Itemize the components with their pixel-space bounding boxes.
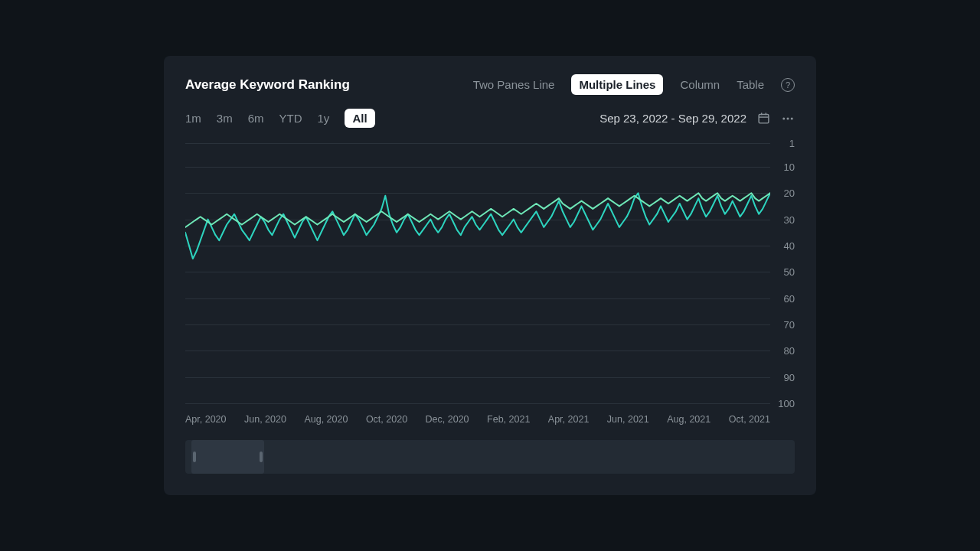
x-tick: Apr, 2020 (185, 414, 227, 425)
tab-multiple-lines[interactable]: Multiple Lines (571, 74, 663, 95)
y-tick: 80 (784, 345, 795, 357)
chart-title: Average Keyword Ranking (185, 77, 350, 93)
tab-column[interactable]: Column (680, 78, 720, 91)
y-axis: 1102030405060708090100 (770, 143, 795, 403)
series-line (185, 193, 770, 259)
range-3m[interactable]: 3m (217, 112, 233, 125)
y-tick: 60 (784, 292, 795, 304)
y-tick: 100 (778, 398, 795, 409)
time-scrubber[interactable] (185, 440, 795, 474)
y-tick: 40 (784, 240, 795, 251)
y-tick: 1 (789, 138, 795, 149)
card-header: Average Keyword Ranking Two Panes Line M… (185, 74, 795, 95)
tab-two-panes[interactable]: Two Panes Line (473, 78, 555, 91)
chart-area: 1102030405060708090100 (185, 143, 795, 403)
y-tick: 10 (784, 161, 795, 172)
x-tick: Dec, 2020 (426, 414, 469, 425)
chart-lines (185, 143, 770, 403)
calendar-icon[interactable] (757, 112, 770, 125)
svg-point-4 (782, 117, 785, 119)
controls-row: 1m 3m 6m YTD 1y All Sep 23, 2022 - Sep 2… (185, 109, 795, 128)
scrubber-handle-right[interactable] (260, 452, 263, 462)
svg-point-6 (791, 117, 793, 119)
y-tick: 90 (784, 371, 795, 383)
x-tick: Aug, 2020 (304, 414, 348, 425)
x-tick: Feb, 2021 (487, 414, 530, 425)
chart-card: Average Keyword Ranking Two Panes Line M… (164, 56, 816, 495)
range-1y[interactable]: 1y (318, 112, 330, 125)
tab-table[interactable]: Table (737, 78, 764, 91)
x-axis: Apr, 2020Jun, 2020Aug, 2020Oct, 2020Dec,… (185, 414, 795, 425)
y-tick: 30 (784, 214, 795, 225)
view-tabs: Two Panes Line Multiple Lines Column Tab… (473, 74, 795, 95)
range-buttons: 1m 3m 6m YTD 1y All (185, 109, 375, 128)
y-tick: 50 (784, 266, 795, 278)
x-tick: Oct, 2021 (729, 414, 770, 425)
x-tick: Oct, 2020 (366, 414, 407, 425)
x-tick: Apr, 2021 (548, 414, 590, 425)
x-tick: Jun, 2021 (607, 414, 649, 425)
scrubber-handle-left[interactable] (193, 452, 196, 462)
x-tick: Jun, 2020 (244, 414, 286, 425)
range-1m[interactable]: 1m (185, 112, 201, 125)
y-tick: 20 (784, 187, 795, 199)
date-controls: Sep 23, 2022 - Sep 29, 2022 (599, 112, 795, 126)
svg-point-5 (787, 117, 789, 119)
x-tick: Aug, 2021 (667, 414, 710, 425)
range-6m[interactable]: 6m (248, 112, 264, 125)
range-all[interactable]: All (345, 109, 374, 128)
help-icon[interactable]: ? (781, 78, 795, 92)
scrubber-window[interactable] (191, 440, 265, 474)
svg-rect-0 (759, 115, 769, 123)
range-ytd[interactable]: YTD (279, 112, 302, 125)
y-tick: 70 (784, 318, 795, 330)
more-icon[interactable] (781, 112, 795, 126)
date-range-label: Sep 23, 2022 - Sep 29, 2022 (599, 112, 746, 125)
chart-plot[interactable] (185, 143, 770, 403)
